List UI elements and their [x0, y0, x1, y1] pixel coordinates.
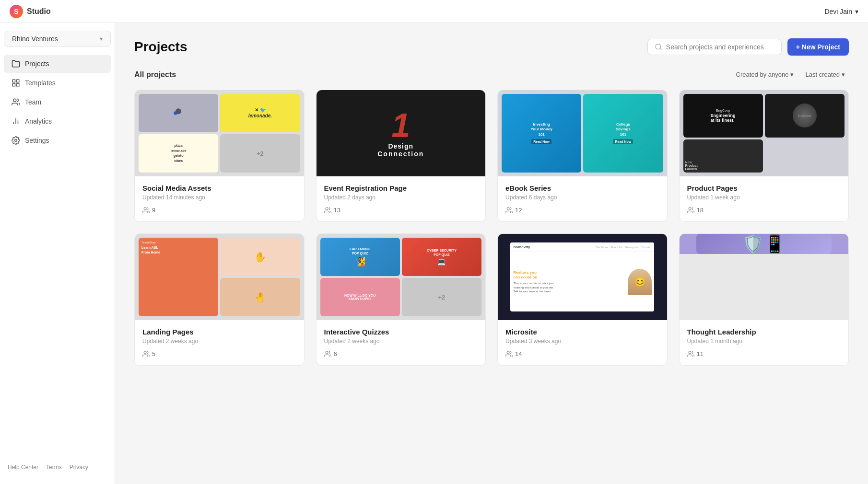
- filter-created-by-label: Created by anyone: [736, 71, 789, 78]
- members-count-product-pages: 18: [697, 207, 704, 214]
- card-title-interactive-quizzes: Interactive Quizzes: [324, 328, 478, 336]
- workspace-selector[interactable]: Rhino Ventures ▾: [4, 31, 111, 47]
- members-icon: [324, 350, 331, 357]
- card-thumbnail-landing-pages: TeamOkay Learn ASLFrom Home ✋ 🤚: [135, 234, 304, 320]
- grid-icon: [12, 79, 20, 87]
- card-updated-thought-leadership: Updated 1 month ago: [687, 338, 841, 345]
- svg-rect-2: [12, 84, 15, 86]
- card-members-landing-pages: 5: [142, 350, 296, 357]
- card-title-social-media-assets: Social Media Assets: [142, 184, 296, 192]
- svg-point-18: [507, 351, 509, 354]
- svg-point-8: [15, 139, 17, 142]
- help-center-link[interactable]: Help Center: [8, 464, 38, 471]
- project-card-event-registration-page[interactable]: 1 Design Connection Event Registration P…: [316, 90, 486, 222]
- svg-point-16: [144, 351, 146, 354]
- members-icon: [687, 207, 694, 214]
- members-icon: [324, 207, 331, 214]
- svg-point-15: [689, 207, 691, 210]
- card-title-thought-leadership: Thought Leadership: [687, 328, 841, 336]
- members-count-ebook-series: 12: [515, 207, 522, 214]
- svg-point-14: [507, 207, 509, 210]
- filter-group: Created by anyone ▾ Last created ▾: [732, 69, 849, 80]
- filter-created-by-chevron-icon: ▾: [790, 71, 794, 78]
- card-members-microsite: 14: [505, 350, 659, 357]
- user-menu[interactable]: Devi Jain ▾: [824, 8, 858, 15]
- project-card-thought-leadership[interactable]: 🛡️📱 Thought Leadership Updated 1 month a…: [679, 233, 849, 366]
- sidebar-item-templates[interactable]: Templates: [4, 74, 111, 92]
- project-card-ebook-series[interactable]: InvestingYour Money101 Read Now CollegeS…: [497, 90, 668, 222]
- filter-last-created-button[interactable]: Last created ▾: [801, 69, 849, 80]
- members-icon: [142, 350, 150, 357]
- filter-created-by-button[interactable]: Created by anyone ▾: [732, 69, 798, 80]
- project-card-microsite[interactable]: homevify Get MoreAbout UsEnterpriseConta…: [497, 233, 668, 366]
- main-header: Projects + New Project: [134, 38, 849, 56]
- card-thumbnail-thought-leadership: 🛡️📱: [680, 234, 849, 320]
- svg-point-13: [326, 207, 328, 210]
- card-members-interactive-quizzes: 6: [324, 350, 478, 357]
- svg-point-9: [656, 44, 661, 49]
- project-card-social-media-assets[interactable]: ✕ 🐦lemonade. pizzalemonadegelatovibes +2…: [134, 90, 305, 222]
- workspace-chevron-icon: ▾: [100, 35, 103, 42]
- filter-last-created-chevron-icon: ▾: [842, 71, 845, 78]
- card-updated-ebook-series: Updated 6 days ago: [505, 194, 659, 201]
- sidebar: Rhino Ventures ▾ Projects Templates: [0, 23, 115, 484]
- search-box[interactable]: [647, 39, 782, 55]
- card-body-product-pages: Product Pages Updated 1 week ago 18: [680, 176, 849, 221]
- sidebar-item-analytics[interactable]: Analytics: [4, 112, 111, 130]
- user-chevron-icon: ▾: [855, 8, 858, 15]
- app-logo[interactable]: S Studio: [10, 5, 51, 18]
- svg-point-11: [174, 111, 177, 115]
- members-count-interactive-quizzes: 6: [334, 350, 337, 357]
- sidebar-item-settings[interactable]: Settings: [4, 131, 111, 150]
- folder-icon: [12, 59, 20, 68]
- card-title-landing-pages: Landing Pages: [142, 328, 296, 336]
- card-updated-interactive-quizzes: Updated 2 weeks ago: [324, 338, 478, 345]
- members-count-landing-pages: 5: [152, 350, 155, 357]
- sidebar-item-team[interactable]: Team: [4, 93, 111, 111]
- members-count-thought-leadership: 11: [697, 350, 704, 357]
- terms-link[interactable]: Terms: [46, 464, 62, 471]
- layout: Rhino Ventures ▾ Projects Templates: [0, 23, 868, 484]
- card-body-ebook-series: eBook Series Updated 6 days ago 12: [498, 176, 667, 221]
- card-thumbnail-product-pages: EngCorp Engineeringat its finest. turbin…: [680, 90, 849, 176]
- settings-icon: [12, 136, 20, 145]
- new-project-button[interactable]: + New Project: [787, 38, 849, 56]
- card-title-product-pages: Product Pages: [687, 184, 841, 192]
- card-updated-social-media-assets: Updated 14 minutes ago: [142, 194, 296, 201]
- card-members-social-media-assets: 9: [142, 207, 296, 214]
- card-body-thought-leadership: Thought Leadership Updated 1 month ago 1…: [680, 320, 849, 365]
- members-count-event-registration-page: 13: [334, 207, 340, 214]
- section-header: All projects Created by anyone ▾ Last cr…: [134, 69, 849, 80]
- page-title: Projects: [134, 39, 188, 55]
- card-body-event-registration-page: Event Registration Page Updated 2 days a…: [317, 176, 486, 221]
- project-card-interactive-quizzes[interactable]: EAR TAKINGPOP QUIZ 🧏 CYBER SECURITYPOP Q…: [316, 233, 486, 366]
- privacy-link[interactable]: Privacy: [70, 464, 88, 471]
- card-updated-event-registration-page: Updated 2 days ago: [324, 194, 478, 201]
- card-thumbnail-microsite: homevify Get MoreAbout UsEnterpriseConta…: [498, 234, 667, 320]
- svg-point-4: [13, 99, 16, 102]
- workspace-name: Rhino Ventures: [12, 35, 58, 43]
- sidebar-label-templates: Templates: [25, 79, 56, 87]
- projects-grid: ✕ 🐦lemonade. pizzalemonadegelatovibes +2…: [134, 90, 849, 366]
- svg-point-17: [326, 351, 328, 354]
- svg-point-19: [689, 351, 691, 354]
- user-name: Devi Jain: [824, 8, 852, 15]
- card-updated-product-pages: Updated 1 week ago: [687, 194, 841, 201]
- card-body-landing-pages: Landing Pages Updated 2 weeks ago 5: [135, 320, 304, 365]
- sidebar-label-projects: Projects: [25, 60, 49, 68]
- main-content: Projects + New Project All projects Crea…: [115, 23, 868, 484]
- sidebar-label-analytics: Analytics: [25, 117, 52, 125]
- sidebar-nav: Projects Templates Team An: [0, 55, 115, 458]
- search-input[interactable]: [666, 43, 774, 51]
- members-icon: [687, 350, 694, 357]
- card-title-microsite: Microsite: [505, 328, 659, 336]
- card-members-event-registration-page: 13: [324, 207, 478, 214]
- project-card-product-pages[interactable]: EngCorp Engineeringat its finest. turbin…: [679, 90, 849, 222]
- app-name: Studio: [27, 7, 51, 16]
- card-members-ebook-series: 12: [505, 207, 659, 214]
- card-body-microsite: Microsite Updated 3 weeks ago 14: [498, 320, 667, 365]
- sidebar-item-projects[interactable]: Projects: [4, 55, 111, 73]
- project-card-landing-pages[interactable]: TeamOkay Learn ASLFrom Home ✋ 🤚 Landing …: [134, 233, 305, 366]
- card-updated-landing-pages: Updated 2 weeks ago: [142, 338, 296, 345]
- card-members-thought-leadership: 11: [687, 350, 841, 357]
